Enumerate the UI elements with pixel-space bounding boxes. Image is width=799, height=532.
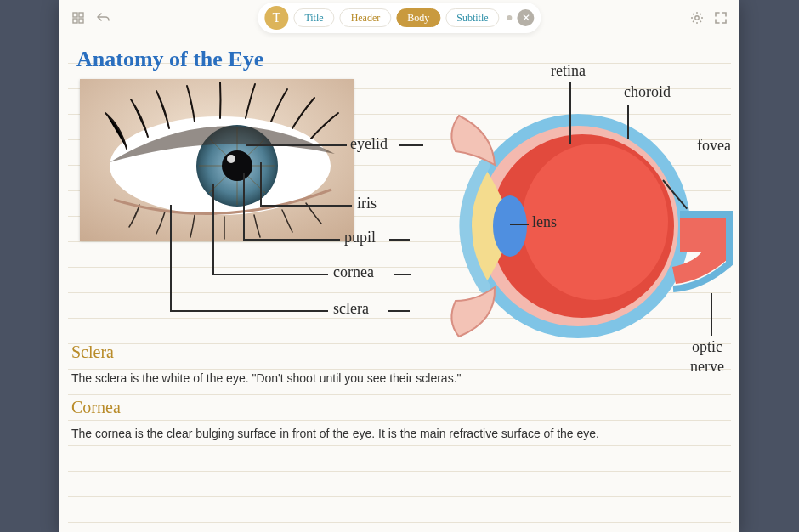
app-window: T Title Header Body Subtitle ✕ Anatomy o… [60,0,740,532]
close-toolbar-icon[interactable]: ✕ [518,9,535,26]
svg-point-17 [227,155,235,163]
svg-rect-3 [79,19,83,23]
label-lens: lens [532,213,557,231]
text-tool-icon[interactable]: T [264,6,288,30]
notes-section: Sclera The sclera is the white of the ey… [71,336,728,446]
style-subtitle-button[interactable]: Subtitle [445,8,499,27]
label-choroid: choroid [624,83,671,101]
label-fovea: fovea [697,137,731,155]
eye-photo [80,79,354,241]
fullscreen-icon[interactable] [711,8,731,28]
svg-point-4 [695,16,699,20]
label-iris: iris [357,195,377,212]
svg-point-22 [493,195,527,257]
style-header-button[interactable]: Header [340,8,392,27]
page-title: Anatomy of the Eye [76,47,722,72]
svg-rect-2 [73,19,77,23]
grid-icon[interactable] [68,8,88,28]
gear-icon[interactable] [687,8,707,28]
label-retina: retina [551,62,586,80]
label-cornea: cornea [333,263,374,281]
section-header-cornea: Cornea [71,398,728,417]
style-body-button[interactable]: Body [396,8,440,27]
svg-point-16 [222,150,252,181]
section-body-sclera: The sclera is the white of the eye. "Don… [71,365,728,391]
label-pupil: pupil [344,229,376,246]
more-styles-icon[interactable] [507,15,513,20]
svg-rect-1 [79,13,83,17]
section-header-sclera: Sclera [71,342,728,362]
section-body-cornea: The cornea is the clear bulging surface … [71,421,728,446]
label-eyelid: eyelid [350,135,388,153]
style-title-button[interactable]: Title [293,8,334,27]
svg-rect-0 [73,13,77,17]
top-toolbar: T Title Header Body Subtitle ✕ [68,5,731,31]
document-page[interactable]: Anatomy of the Eye [68,38,731,532]
text-style-toolbar: T Title Header Body Subtitle ✕ [258,3,541,33]
undo-icon[interactable] [94,8,114,28]
label-sclera: sclera [333,300,369,318]
diagram-area: eyelid iris pupil cornea sclera [76,77,722,366]
